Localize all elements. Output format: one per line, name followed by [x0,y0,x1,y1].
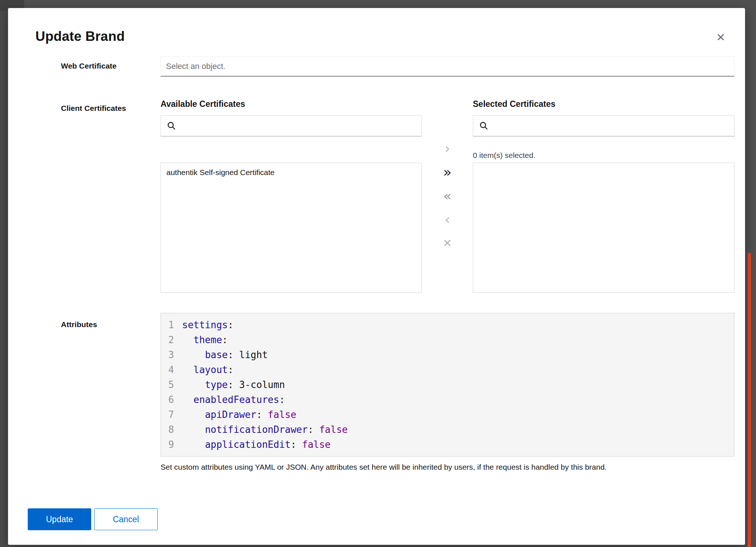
available-search-input[interactable] [180,116,421,136]
available-spacer [161,136,422,163]
available-pane: Available Certificates authentik Self-si… [161,98,422,293]
client-certificates-row: Client Certificates Available Certificat… [61,98,734,293]
attributes-label: Attributes [61,313,161,329]
available-certificates-heading: Available Certificates [161,98,422,109]
selected-certificates-list [473,163,734,293]
selected-count-status: 0 item(s) selected. [473,151,536,160]
modal-title: Update Brand [35,28,723,44]
search-icon [167,121,176,131]
code-content[interactable]: settings: theme: base: light layout: typ… [178,313,734,456]
selected-search-input[interactable] [492,116,734,136]
search-icon [479,121,489,131]
web-certificate-select[interactable] [161,56,734,77]
background-page-remnant [0,0,8,547]
selected-certificates-heading: Selected Certificates [473,98,734,109]
modal-footer: Update Cancel [8,508,745,530]
attributes-help-text: Set custom attributes using YAML or JSON… [161,462,734,472]
add-selected-button[interactable]: › [439,140,456,156]
add-all-button[interactable]: » [439,164,456,180]
attributes-row: Attributes 123456789 settings: theme: ba… [61,313,734,472]
available-search-box [161,115,422,136]
attributes-code-editor[interactable]: 123456789 settings: theme: base: light l… [161,313,734,457]
update-button[interactable]: Update [28,508,91,530]
available-certificates-list: authentik Self-signed Certificate [161,163,422,293]
clear-button[interactable]: ✕ [439,235,456,251]
remove-selected-button[interactable]: ‹ [439,212,456,228]
cancel-button[interactable]: Cancel [94,508,158,530]
attributes-field: 123456789 settings: theme: base: light l… [161,313,734,472]
background-accent-bar [748,253,751,547]
code-line-numbers: 123456789 [161,313,178,456]
modal-body: Web Certificate Client Certificates Avai… [8,56,745,472]
remove-all-button[interactable]: « [439,188,456,204]
dual-list-selector: Available Certificates authentik Self-si… [161,98,734,293]
client-certificates-label: Client Certificates [61,98,161,113]
modal-header: Update Brand ✕ [8,8,745,44]
update-brand-modal: Update Brand ✕ Web Certificate Client Ce… [8,8,745,545]
web-certificate-label: Web Certificate [61,56,161,70]
selected-search-box [473,115,734,136]
web-certificate-row: Web Certificate [61,56,734,77]
list-item[interactable]: authentik Self-signed Certificate [161,163,421,182]
transfer-controls: ›»«‹✕ [422,98,473,293]
selected-pane: Selected Certificates 0 item(s) selected… [473,98,734,293]
selected-status-area: 0 item(s) selected. [473,136,734,163]
close-icon[interactable]: ✕ [716,32,725,43]
